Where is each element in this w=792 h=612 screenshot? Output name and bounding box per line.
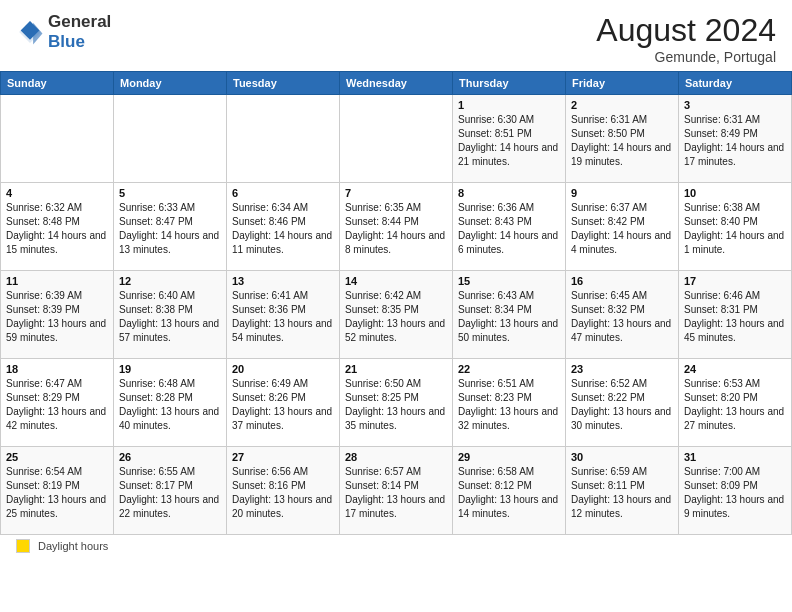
calendar-cell: 19Sunrise: 6:48 AM Sunset: 8:28 PM Dayli… [114,359,227,447]
day-info: Sunrise: 6:33 AM Sunset: 8:47 PM Dayligh… [119,201,221,257]
day-info: Sunrise: 6:31 AM Sunset: 8:49 PM Dayligh… [684,113,786,169]
legend-box [16,539,30,553]
calendar-cell: 27Sunrise: 6:56 AM Sunset: 8:16 PM Dayli… [227,447,340,535]
day-info: Sunrise: 6:54 AM Sunset: 8:19 PM Dayligh… [6,465,108,521]
day-info: Sunrise: 6:30 AM Sunset: 8:51 PM Dayligh… [458,113,560,169]
day-info: Sunrise: 6:53 AM Sunset: 8:20 PM Dayligh… [684,377,786,433]
logo: General Blue [16,12,111,52]
legend: Daylight hours [0,535,792,557]
calendar-cell: 12Sunrise: 6:40 AM Sunset: 8:38 PM Dayli… [114,271,227,359]
calendar-cell: 4Sunrise: 6:32 AM Sunset: 8:48 PM Daylig… [1,183,114,271]
day-number: 4 [6,187,108,199]
calendar-cell: 16Sunrise: 6:45 AM Sunset: 8:32 PM Dayli… [566,271,679,359]
calendar-cell: 29Sunrise: 6:58 AM Sunset: 8:12 PM Dayli… [453,447,566,535]
calendar-cell: 15Sunrise: 6:43 AM Sunset: 8:34 PM Dayli… [453,271,566,359]
day-number: 7 [345,187,447,199]
calendar-cell [114,95,227,183]
week-row-3: 18Sunrise: 6:47 AM Sunset: 8:29 PM Dayli… [1,359,792,447]
day-info: Sunrise: 6:57 AM Sunset: 8:14 PM Dayligh… [345,465,447,521]
day-info: Sunrise: 6:45 AM Sunset: 8:32 PM Dayligh… [571,289,673,345]
day-number: 5 [119,187,221,199]
day-info: Sunrise: 6:59 AM Sunset: 8:11 PM Dayligh… [571,465,673,521]
header-friday: Friday [566,72,679,95]
calendar-cell: 25Sunrise: 6:54 AM Sunset: 8:19 PM Dayli… [1,447,114,535]
calendar-table: SundayMondayTuesdayWednesdayThursdayFrid… [0,71,792,535]
calendar-cell: 26Sunrise: 6:55 AM Sunset: 8:17 PM Dayli… [114,447,227,535]
day-info: Sunrise: 6:46 AM Sunset: 8:31 PM Dayligh… [684,289,786,345]
calendar-cell: 2Sunrise: 6:31 AM Sunset: 8:50 PM Daylig… [566,95,679,183]
header-thursday: Thursday [453,72,566,95]
day-number: 28 [345,451,447,463]
day-info: Sunrise: 6:34 AM Sunset: 8:46 PM Dayligh… [232,201,334,257]
calendar-cell: 1Sunrise: 6:30 AM Sunset: 8:51 PM Daylig… [453,95,566,183]
calendar-cell [340,95,453,183]
calendar-cell: 7Sunrise: 6:35 AM Sunset: 8:44 PM Daylig… [340,183,453,271]
logo-general: General [48,12,111,31]
calendar-cell: 17Sunrise: 6:46 AM Sunset: 8:31 PM Dayli… [679,271,792,359]
day-number: 29 [458,451,560,463]
calendar-cell: 9Sunrise: 6:37 AM Sunset: 8:42 PM Daylig… [566,183,679,271]
day-info: Sunrise: 6:43 AM Sunset: 8:34 PM Dayligh… [458,289,560,345]
day-info: Sunrise: 6:52 AM Sunset: 8:22 PM Dayligh… [571,377,673,433]
header-monday: Monday [114,72,227,95]
calendar-cell: 14Sunrise: 6:42 AM Sunset: 8:35 PM Dayli… [340,271,453,359]
calendar-cell: 6Sunrise: 6:34 AM Sunset: 8:46 PM Daylig… [227,183,340,271]
day-number: 10 [684,187,786,199]
day-number: 12 [119,275,221,287]
day-number: 31 [684,451,786,463]
week-row-0: 1Sunrise: 6:30 AM Sunset: 8:51 PM Daylig… [1,95,792,183]
header-saturday: Saturday [679,72,792,95]
day-number: 6 [232,187,334,199]
day-info: Sunrise: 7:00 AM Sunset: 8:09 PM Dayligh… [684,465,786,521]
day-info: Sunrise: 6:58 AM Sunset: 8:12 PM Dayligh… [458,465,560,521]
header-sunday: Sunday [1,72,114,95]
day-info: Sunrise: 6:48 AM Sunset: 8:28 PM Dayligh… [119,377,221,433]
day-info: Sunrise: 6:56 AM Sunset: 8:16 PM Dayligh… [232,465,334,521]
day-number: 8 [458,187,560,199]
calendar-cell: 22Sunrise: 6:51 AM Sunset: 8:23 PM Dayli… [453,359,566,447]
page-header: General Blue August 2024 Gemunde, Portug… [0,0,792,71]
day-info: Sunrise: 6:38 AM Sunset: 8:40 PM Dayligh… [684,201,786,257]
day-info: Sunrise: 6:36 AM Sunset: 8:43 PM Dayligh… [458,201,560,257]
day-number: 2 [571,99,673,111]
day-number: 22 [458,363,560,375]
day-info: Sunrise: 6:39 AM Sunset: 8:39 PM Dayligh… [6,289,108,345]
day-info: Sunrise: 6:31 AM Sunset: 8:50 PM Dayligh… [571,113,673,169]
calendar-cell [227,95,340,183]
day-info: Sunrise: 6:35 AM Sunset: 8:44 PM Dayligh… [345,201,447,257]
day-number: 16 [571,275,673,287]
calendar-cell: 13Sunrise: 6:41 AM Sunset: 8:36 PM Dayli… [227,271,340,359]
calendar-cell: 31Sunrise: 7:00 AM Sunset: 8:09 PM Dayli… [679,447,792,535]
week-row-4: 25Sunrise: 6:54 AM Sunset: 8:19 PM Dayli… [1,447,792,535]
day-number: 18 [6,363,108,375]
week-row-1: 4Sunrise: 6:32 AM Sunset: 8:48 PM Daylig… [1,183,792,271]
day-number: 13 [232,275,334,287]
day-info: Sunrise: 6:41 AM Sunset: 8:36 PM Dayligh… [232,289,334,345]
day-number: 24 [684,363,786,375]
day-info: Sunrise: 6:49 AM Sunset: 8:26 PM Dayligh… [232,377,334,433]
day-info: Sunrise: 6:32 AM Sunset: 8:48 PM Dayligh… [6,201,108,257]
day-number: 26 [119,451,221,463]
title-block: August 2024 Gemunde, Portugal [596,12,776,65]
logo-blue: Blue [48,32,85,51]
day-info: Sunrise: 6:50 AM Sunset: 8:25 PM Dayligh… [345,377,447,433]
day-number: 25 [6,451,108,463]
calendar-cell [1,95,114,183]
day-number: 20 [232,363,334,375]
day-number: 21 [345,363,447,375]
day-number: 27 [232,451,334,463]
calendar-header-row: SundayMondayTuesdayWednesdayThursdayFrid… [1,72,792,95]
day-number: 17 [684,275,786,287]
calendar-cell: 28Sunrise: 6:57 AM Sunset: 8:14 PM Dayli… [340,447,453,535]
day-info: Sunrise: 6:37 AM Sunset: 8:42 PM Dayligh… [571,201,673,257]
calendar-cell: 30Sunrise: 6:59 AM Sunset: 8:11 PM Dayli… [566,447,679,535]
day-info: Sunrise: 6:47 AM Sunset: 8:29 PM Dayligh… [6,377,108,433]
location: Gemunde, Portugal [596,49,776,65]
day-info: Sunrise: 6:55 AM Sunset: 8:17 PM Dayligh… [119,465,221,521]
month-year: August 2024 [596,12,776,49]
calendar-cell: 21Sunrise: 6:50 AM Sunset: 8:25 PM Dayli… [340,359,453,447]
week-row-2: 11Sunrise: 6:39 AM Sunset: 8:39 PM Dayli… [1,271,792,359]
day-number: 1 [458,99,560,111]
day-number: 19 [119,363,221,375]
calendar-cell: 24Sunrise: 6:53 AM Sunset: 8:20 PM Dayli… [679,359,792,447]
